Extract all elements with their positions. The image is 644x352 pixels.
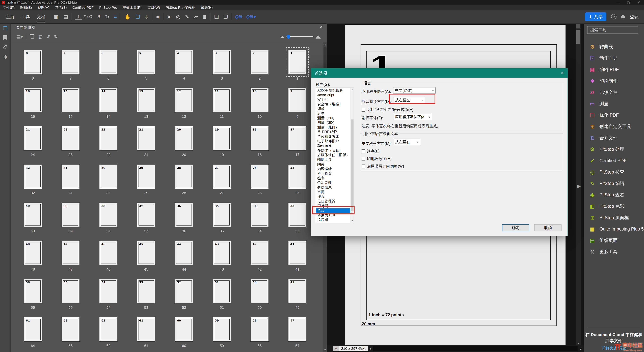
category-item[interactable]: 朗读 [316, 162, 350, 167]
thumbnail-page[interactable]: 19 [213, 126, 231, 151]
category-item[interactable]: 测量（2D） [316, 116, 350, 121]
page-thumbnail[interactable]: 3737 [127, 195, 165, 233]
page-thumbnail[interactable]: 1212 [165, 81, 203, 119]
category-item[interactable]: 编录 [316, 107, 350, 111]
sidebar-tool-编辑 PDF[interactable]: ▦编辑 PDF [584, 64, 644, 75]
thumbnail-page[interactable]: 27 [213, 164, 231, 189]
scrollbar-thumb[interactable] [576, 30, 580, 44]
checkbox[interactable] [362, 149, 365, 153]
preflight-icon[interactable]: ❏ [212, 14, 221, 20]
page-thumbnail[interactable]: 6363 [52, 310, 90, 348]
next-view-icon[interactable]: ↻ [103, 14, 112, 20]
sidebar-tool-合并文件[interactable]: ⧉合并文件 [584, 132, 644, 144]
thumbnail-page[interactable]: 12 [175, 88, 193, 112]
thumbnail-page[interactable]: 53 [137, 279, 155, 304]
thumbnail-page[interactable]: 24 [24, 126, 42, 151]
page-thumbnail[interactable]: 4343 [203, 233, 241, 272]
dialog-close-icon[interactable]: ✕ [560, 70, 564, 76]
thumbnail-page[interactable]: 9 [288, 88, 306, 112]
thumbnail-options-icon[interactable]: ▤▾ [16, 34, 23, 39]
page-thumbnail[interactable]: 2323 [52, 119, 90, 157]
thumbnail-page[interactable]: 8 [24, 50, 42, 74]
page-thumbnail[interactable]: 1616 [14, 81, 52, 119]
thumbnail-page[interactable]: 15 [62, 88, 80, 112]
thumbnail-page[interactable]: 3 [213, 50, 231, 74]
page-thumbnail[interactable]: 5252 [165, 272, 203, 310]
sidebar-tool-PitStop 查看[interactable]: ◉PitStop 查看 [584, 189, 644, 201]
menu-item[interactable]: 编辑(E) [17, 5, 35, 10]
thumbnail-page[interactable]: 63 [62, 317, 80, 342]
menu-item[interactable]: 帮助(H) [198, 5, 216, 10]
thumbnail-page[interactable]: 26 [250, 164, 269, 189]
zoom-in-thumbnails-icon[interactable] [316, 35, 321, 38]
thumbnail-page[interactable]: 31 [62, 164, 80, 189]
scroll-up-icon[interactable]: ∧ [350, 88, 354, 91]
thumbnail-page[interactable]: 47 [62, 241, 80, 265]
page-thumbnail[interactable]: 1515 [52, 81, 90, 119]
slider-track[interactable] [286, 36, 313, 37]
thumbnail-page[interactable]: 5 [137, 50, 155, 74]
page-thumbnail[interactable]: 44 [165, 42, 203, 81]
page-thumbnail[interactable]: 3535 [203, 195, 241, 233]
measure-tool-icon[interactable]: ▱ [192, 14, 200, 20]
scrollbar-top-button[interactable] [576, 24, 580, 28]
page-thumbnail[interactable]: 5353 [127, 272, 165, 310]
page-thumbnail[interactable]: 1414 [90, 81, 127, 119]
page-thumbnail[interactable]: 4949 [278, 272, 316, 310]
category-item[interactable]: 动作向导 [316, 144, 350, 148]
sidebar-tool-PitStop 编辑[interactable]: ✎PitStop 编辑 [584, 178, 644, 189]
category-item[interactable]: 多媒体信任（旧版） [316, 153, 350, 157]
category-item[interactable]: 电子邮件帐户 [316, 139, 350, 144]
thumbnail-page[interactable]: 16 [24, 88, 42, 112]
thumbnail-page[interactable]: 14 [99, 88, 118, 112]
maximize-button[interactable]: ▢ [623, 0, 634, 5]
thumbnail-page[interactable]: 56 [24, 279, 42, 304]
page-thumbnail[interactable]: 6262 [90, 310, 127, 348]
thumbnail-page[interactable]: 13 [137, 88, 155, 112]
sidebar-tool-转曲线[interactable]: ⚙转曲线 [584, 41, 644, 52]
page-thumbnail[interactable]: 6161 [127, 310, 165, 348]
page-thumbnail[interactable]: 33 [203, 42, 241, 81]
page-thumbnail[interactable]: 88 [14, 42, 52, 81]
thumbnail-page[interactable]: 49 [288, 279, 306, 304]
thumbnail-page[interactable]: 32 [24, 164, 42, 189]
quite-imposing-menu-icon[interactable]: QI5▾ [244, 14, 258, 19]
category-item[interactable]: 色彩管理 [316, 181, 350, 185]
thumbnail-zoom-slider[interactable] [281, 35, 321, 38]
current-page-input[interactable]: 1 [75, 14, 82, 19]
category-item[interactable]: 追踪器 [316, 218, 350, 222]
thumbnail-page[interactable]: 2 [250, 50, 269, 74]
checkbox[interactable] [362, 165, 365, 168]
page-thumbnail[interactable]: 5959 [203, 310, 241, 348]
thumbnail-page[interactable]: 10 [250, 88, 269, 112]
menu-item[interactable]: 签名(S) [52, 5, 70, 10]
thumbnail-page[interactable]: 33 [288, 203, 306, 227]
category-item[interactable]: 信任管理器 [316, 199, 350, 204]
category-item[interactable]: 测量（几何） [316, 125, 350, 130]
sidebar-tool-Quite Imposing Plus 5[interactable]: ▣Quite Imposing Plus 5 [584, 223, 644, 235]
thumbnail-page[interactable]: 4 [175, 50, 193, 74]
sidebar-tool-Certified PDF[interactable]: ✔Certified PDF [584, 155, 644, 166]
insert-pages-icon[interactable]: ⇩ [142, 14, 151, 20]
sidebar-tool-测量[interactable]: ▭测量 [584, 98, 644, 109]
page-options-icon[interactable]: ✳ [333, 346, 339, 351]
page-thumbnail[interactable]: 11 [278, 42, 316, 81]
rotate-right-icon[interactable]: ↻ [54, 34, 58, 39]
dialog-title-bar[interactable]: 首选项 ✕ [311, 68, 568, 78]
thumbnail-page[interactable]: 38 [99, 203, 118, 227]
page-display-icon[interactable]: ≡ [112, 14, 120, 19]
crop-pages-icon[interactable]: ▧ [38, 34, 42, 39]
menu-item[interactable]: 文件(F) [0, 5, 17, 10]
thumbnail-page[interactable]: 30 [99, 164, 118, 189]
thumbnail-page[interactable]: 34 [250, 203, 269, 227]
page-thumbnail[interactable]: 3939 [52, 195, 90, 233]
thumbnail-page[interactable]: 41 [288, 241, 306, 265]
page-thumbnail[interactable]: 3838 [90, 195, 127, 233]
thumbnail-page[interactable]: 7 [62, 50, 80, 74]
thumbnail-page[interactable]: 39 [62, 203, 80, 227]
page-thumbnail[interactable]: 4242 [241, 233, 278, 272]
snapshot-icon[interactable]: ◙ [154, 14, 162, 19]
scroll-down-icon[interactable]: ∨ [323, 348, 327, 352]
sidebar-tool-PitStop 色彩[interactable]: ◧PitStop 色彩 [584, 201, 644, 212]
tab-工具[interactable]: 工具 [18, 10, 33, 23]
